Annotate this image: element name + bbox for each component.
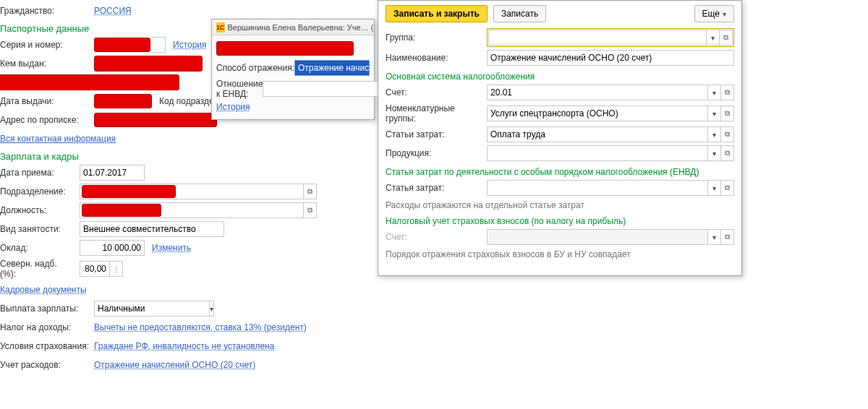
- product-label: Продукция:: [386, 148, 487, 158]
- envd-rel-label: Отношение к ЕНВД:: [216, 79, 263, 99]
- series-history-link[interactable]: История: [173, 40, 207, 50]
- position-label: Должность:: [0, 205, 80, 215]
- cost-label: Статьи затрат:: [386, 129, 487, 139]
- north-label: Северн. надб. (%):: [0, 259, 80, 279]
- all-contact-link[interactable]: Вся контактная информация: [0, 134, 116, 144]
- redacted-department: [82, 185, 176, 198]
- department-label: Подразделение:: [0, 186, 80, 197]
- citizenship-label: Гражданство:: [0, 6, 94, 16]
- envd-rel-input[interactable]: [263, 81, 378, 97]
- cost2-label: Статья затрат:: [386, 183, 487, 193]
- note1: Расходы отражаются на отдельной статье з…: [386, 200, 734, 210]
- payout-dropdown[interactable]: ▾: [210, 301, 214, 317]
- product-open[interactable]: ⧉: [721, 145, 734, 161]
- account-open[interactable]: ⧉: [721, 85, 734, 100]
- redacted-address: [94, 113, 217, 127]
- account-input[interactable]: [487, 85, 708, 100]
- tax-link[interactable]: Вычеты не предоставляются, ставка 13% (р…: [94, 322, 307, 332]
- north-input[interactable]: [80, 261, 110, 277]
- redacted-header: [216, 41, 354, 56]
- envd-header: Статья затрат по деятельности с особым п…: [386, 167, 734, 177]
- account2-label: Счет:: [386, 232, 487, 242]
- salary-input[interactable]: [80, 240, 145, 256]
- nomgroup-label: Номенклатурные группы:: [386, 103, 487, 124]
- group-input[interactable]: [488, 30, 707, 46]
- product-dropdown[interactable]: ▾: [708, 145, 721, 161]
- cost-dropdown[interactable]: ▾: [708, 126, 721, 142]
- account-label: Счет:: [386, 87, 487, 98]
- popup-title: Вершинина Елена Валерьевна: Уче… (1С:Пре…: [228, 23, 374, 32]
- nomgroup-input[interactable]: [487, 106, 708, 121]
- insurance-label: Условия страхования:: [0, 341, 94, 351]
- way-select[interactable]: Отражение начислени: [294, 60, 370, 76]
- way-label: Способ отражения:: [216, 63, 294, 73]
- redacted-position: [82, 204, 161, 217]
- save-button[interactable]: Записать: [493, 5, 546, 22]
- north-stepper[interactable]: ⋮: [110, 261, 123, 277]
- salary-header: Зарплата и кадры: [0, 151, 376, 162]
- redacted-series-pad: [151, 37, 166, 53]
- salary-label: Оклад:: [0, 243, 80, 253]
- payout-label: Выплата зарплаты:: [0, 303, 94, 314]
- hiredate-input[interactable]: [80, 165, 145, 181]
- reflection-popup: 1C Вершинина Елена Валерьевна: Уче… (1С:…: [211, 19, 375, 120]
- group-label: Группа:: [386, 33, 487, 43]
- save-close-button[interactable]: Записать и закрыть: [386, 5, 488, 22]
- expenses-link[interactable]: Отражение начислений ОСНО (20 счет): [94, 360, 255, 370]
- redacted-issuer2: [0, 74, 179, 90]
- employment-label: Вид занятости:: [0, 224, 80, 234]
- accounting-popup: Записать и закрыть Записать Еще Группа: …: [378, 0, 742, 276]
- department-open-button[interactable]: ⧉: [304, 184, 317, 199]
- account2-open: ⧉: [721, 229, 734, 245]
- hr-docs-link[interactable]: Кадровые документы: [0, 285, 87, 295]
- account-dropdown[interactable]: ▾: [708, 85, 721, 100]
- position-open-button[interactable]: ⧉: [304, 202, 317, 218]
- cost-input[interactable]: [487, 126, 708, 142]
- name-input[interactable]: [487, 50, 734, 66]
- employment-input[interactable]: [80, 221, 224, 237]
- popup-history-link[interactable]: История: [216, 102, 250, 112]
- popup-titlebar[interactable]: 1C Вершинина Елена Валерьевна: Уче… (1С:…: [212, 20, 374, 35]
- payout-input[interactable]: [94, 301, 210, 317]
- address-label: Адрес по прописке:: [0, 115, 94, 125]
- expenses-label: Учет расходов:: [0, 360, 94, 370]
- redacted-date: [94, 94, 152, 108]
- issuer-label: Кем выдан:: [0, 59, 94, 69]
- series-label: Серия и номер:: [0, 40, 94, 50]
- more-button[interactable]: Еще: [694, 5, 734, 22]
- cost2-open[interactable]: ⧉: [721, 180, 734, 196]
- hiredate-label: Дата приема:: [0, 168, 80, 178]
- note2: Порядок отражения страховых взносов в БУ…: [386, 249, 734, 259]
- group-open[interactable]: ⧉: [720, 30, 733, 46]
- nomgroup-open[interactable]: ⧉: [721, 106, 734, 121]
- issuedate-label: Дата выдачи:: [0, 96, 94, 106]
- redacted-issuer: [94, 56, 203, 72]
- account2-dropdown: ▾: [708, 229, 721, 245]
- ins-header: Налоговый учет страховых взносов (по нал…: [386, 216, 734, 226]
- tax-label: Налог на доходы:: [0, 322, 94, 332]
- insurance-link[interactable]: Граждане РФ, инвалидность не установлена: [94, 341, 274, 351]
- name-label: Наименование:: [386, 53, 487, 63]
- redacted-series: [94, 38, 150, 52]
- account2-input: [487, 229, 708, 245]
- product-input[interactable]: [487, 145, 708, 161]
- salary-change-link[interactable]: Изменить: [152, 243, 191, 253]
- app-1c-icon: 1C: [216, 22, 225, 33]
- cost2-dropdown[interactable]: ▾: [708, 180, 721, 196]
- cost-open[interactable]: ⧉: [721, 126, 734, 142]
- nomgroup-dropdown[interactable]: ▾: [708, 106, 721, 121]
- citizenship-link[interactable]: РОССИЯ: [94, 6, 132, 16]
- group-dropdown[interactable]: ▾: [707, 30, 720, 46]
- osno-header: Основная система налогообложения: [386, 72, 734, 82]
- cost2-input[interactable]: [487, 180, 708, 196]
